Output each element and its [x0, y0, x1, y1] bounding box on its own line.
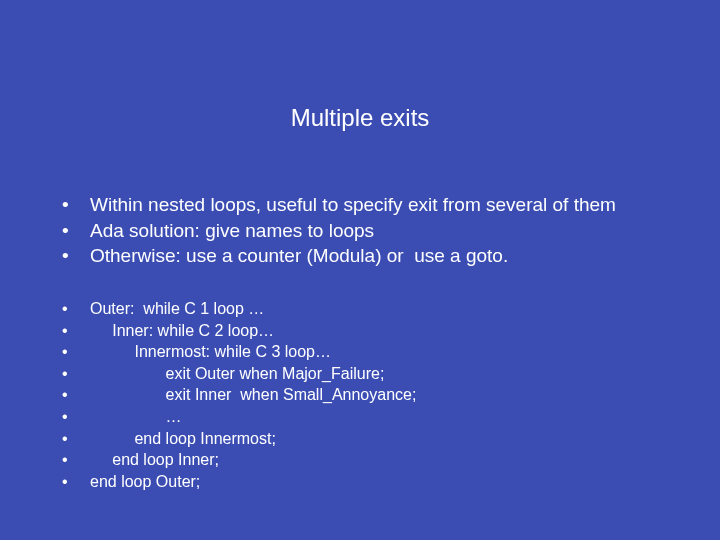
bullet-icon: • [60, 341, 90, 363]
bullet-icon: • [60, 192, 90, 218]
list-item: • Within nested loops, useful to specify… [60, 192, 680, 218]
list-item: • exit Inner when Small_Annoyance; [60, 384, 680, 406]
bullet-icon: • [60, 384, 90, 406]
main-bullet-list: • Within nested loops, useful to specify… [60, 192, 680, 269]
list-item-text: exit Inner when Small_Annoyance; [90, 384, 680, 406]
list-item: • end loop Inner; [60, 449, 680, 471]
list-item: • Inner: while C 2 loop… [60, 320, 680, 342]
list-item-text: end loop Inner; [90, 449, 680, 471]
list-item-text: exit Outer when Major_Failure; [90, 363, 680, 385]
list-item: • exit Outer when Major_Failure; [60, 363, 680, 385]
list-item: • end loop Innermost; [60, 428, 680, 450]
bullet-icon: • [60, 406, 90, 428]
list-item-text: Otherwise: use a counter (Modula) or use… [90, 243, 680, 269]
slide: Multiple exits • Within nested loops, us… [0, 0, 720, 540]
list-item-text: … [90, 406, 680, 428]
bullet-icon: • [60, 298, 90, 320]
list-item-text: end loop Outer; [90, 471, 680, 493]
slide-title: Multiple exits [0, 104, 720, 132]
list-item-text: Ada solution: give names to loops [90, 218, 680, 244]
list-item-text: Outer: while C 1 loop … [90, 298, 680, 320]
bullet-icon: • [60, 243, 90, 269]
bullet-icon: • [60, 218, 90, 244]
list-item-text: Innermost: while C 3 loop… [90, 341, 680, 363]
bullet-icon: • [60, 471, 90, 493]
bullet-icon: • [60, 449, 90, 471]
bullet-icon: • [60, 363, 90, 385]
bullet-icon: • [60, 428, 90, 450]
list-item: • end loop Outer; [60, 471, 680, 493]
list-item-text: Within nested loops, useful to specify e… [90, 192, 680, 218]
list-item-text: end loop Innermost; [90, 428, 680, 450]
list-item: • Outer: while C 1 loop … [60, 298, 680, 320]
list-item: • … [60, 406, 680, 428]
list-item: • Innermost: while C 3 loop… [60, 341, 680, 363]
code-bullet-list: • Outer: while C 1 loop … • Inner: while… [60, 298, 680, 492]
list-item-text: Inner: while C 2 loop… [90, 320, 680, 342]
list-item: • Otherwise: use a counter (Modula) or u… [60, 243, 680, 269]
bullet-icon: • [60, 320, 90, 342]
list-item: • Ada solution: give names to loops [60, 218, 680, 244]
